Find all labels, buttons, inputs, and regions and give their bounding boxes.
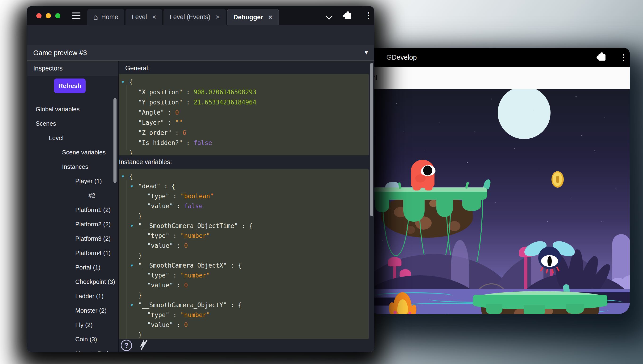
json-value: 908.0706146508293 — [194, 89, 256, 96]
inspectors-sidebar: Inspectors Refresh Global variablesScene… — [27, 61, 118, 352]
tree-item-platform3-2-[interactable]: Platform3 (2) — [27, 232, 118, 246]
preview-selector[interactable]: Game preview #3 ▼ — [27, 45, 374, 60]
tree-item-monsterpath[interactable]: MonsterPath — [27, 346, 118, 352]
tree-item-scene-variables[interactable]: Scene variables — [27, 145, 118, 160]
tree-item--2[interactable]: #2 — [27, 188, 118, 203]
help-icon[interactable]: ? — [121, 340, 132, 351]
tree-item-fly-2-[interactable]: Fly (2) — [27, 318, 118, 332]
json-value: "number" — [181, 312, 210, 318]
refresh-button[interactable]: Refresh — [54, 78, 86, 93]
game-viewport[interactable] — [368, 89, 630, 314]
collapse-caret-icon[interactable]: ▼ — [131, 181, 133, 191]
tree-item-level[interactable]: Level — [27, 131, 118, 145]
tab-debugger[interactable]: Debugger× — [227, 9, 279, 26]
json-colon: : — [172, 129, 183, 136]
star — [403, 132, 404, 132]
grass-drip — [486, 304, 502, 314]
json-key: "value" — [147, 282, 173, 289]
star — [594, 150, 595, 151]
fly-pupil — [547, 256, 552, 266]
tree-item-global-variables[interactable]: Global variables — [27, 102, 118, 116]
tabs-row: ⌂HomeLevel×Level (Events)×Debugger× — [87, 9, 279, 25]
sidebar-scrollbar[interactable] — [114, 98, 117, 183]
tree-item-portal-1-[interactable]: Portal (1) — [27, 260, 118, 275]
tree-item-monster-2-[interactable]: Monster (2) — [27, 304, 118, 318]
tree-item-ladder-1-[interactable]: Ladder (1) — [27, 289, 118, 304]
moon — [498, 89, 550, 139]
json-value: "" — [175, 119, 183, 126]
json-value: "boolean" — [181, 192, 214, 200]
close-tab-icon[interactable]: × — [216, 13, 220, 21]
tree-item-scenes[interactable]: Scenes — [27, 116, 118, 131]
json-open-brace: { — [238, 302, 242, 308]
chevron-down-icon[interactable] — [325, 12, 333, 20]
close-tab-icon[interactable]: × — [268, 13, 273, 21]
tree-item-player-1-[interactable]: Player (1) — [27, 174, 118, 188]
collapse-caret-icon[interactable]: ▼ — [122, 172, 124, 181]
json-row-z-order: "Z order" : 6 — [119, 128, 369, 138]
gdevelop-window-title: GDevelop — [386, 48, 417, 67]
json-open-brace: { — [172, 183, 175, 190]
tab-home[interactable]: ⌂Home — [87, 9, 124, 25]
json-colon: : — [169, 272, 181, 279]
star — [601, 221, 602, 222]
tab-label: Level — [132, 14, 147, 21]
main-scrollbar[interactable] — [370, 63, 373, 216]
star — [495, 202, 496, 203]
json-key: "type" — [147, 312, 169, 318]
tree-item-platform2-2-[interactable]: Platform2 (2) — [27, 217, 118, 232]
grass-drip — [375, 198, 389, 212]
tab-label: Level (Events) — [170, 14, 210, 21]
tab-level-events-[interactable]: Level (Events)× — [164, 9, 226, 25]
inspector-main-panel: General: ▼{"X position" : 908.0706146508… — [119, 61, 374, 352]
json-open-brace: { — [238, 262, 242, 269]
disable-picking-cursor-icon[interactable] — [139, 339, 150, 351]
fire — [389, 292, 417, 314]
json-key: "type" — [147, 272, 169, 279]
star — [604, 118, 604, 118]
coin — [551, 171, 564, 188]
json-value: 21.65334236184964 — [194, 99, 256, 106]
json-key: "Y position" — [138, 99, 183, 106]
collapse-caret-icon[interactable]: ▼ — [131, 300, 133, 310]
json-row-value: "value" : 0 — [119, 241, 369, 250]
tree-item-checkpoint-3-[interactable]: Checkpoint (3) — [27, 275, 118, 289]
minimize-window-button[interactable] — [46, 13, 51, 18]
indent-guide — [126, 180, 127, 339]
player-pupil — [423, 165, 433, 176]
maximize-window-button[interactable] — [55, 13, 60, 18]
indent-guide — [126, 85, 127, 150]
star — [581, 135, 582, 136]
json-row-root: ▼{ — [119, 172, 369, 181]
tree-item-coin-3-[interactable]: Coin (3) — [27, 332, 118, 346]
grass-drip — [403, 198, 425, 222]
json-row-angle: "Angle" : 0 — [119, 108, 369, 118]
json-colon: : — [169, 312, 181, 318]
json-colon: : — [227, 262, 238, 269]
collapse-caret-icon[interactable]: ▼ — [122, 77, 124, 87]
extensions-puzzle-icon[interactable] — [345, 13, 351, 19]
kebab-menu-icon[interactable]: ⋮ — [619, 53, 627, 62]
json-colon: : — [169, 232, 181, 239]
json-row-type: "type" : "number" — [119, 310, 369, 320]
caret-down-icon[interactable]: ▼ — [363, 45, 369, 60]
json-key: "__SmoothCamera_ObjectX" — [138, 262, 227, 269]
kebab-menu-icon[interactable]: ⋮ — [365, 11, 373, 20]
json-colon: : — [160, 183, 172, 190]
tree-item-instances[interactable]: Instances — [27, 160, 118, 174]
json-close-brace: } — [138, 212, 142, 220]
collapse-caret-icon[interactable]: ▼ — [131, 260, 133, 270]
json-value: 0 — [175, 109, 179, 116]
hamburger-menu-icon[interactable] — [72, 12, 81, 19]
collapse-caret-icon[interactable]: ▼ — [131, 221, 133, 231]
extensions-puzzle-icon[interactable] — [598, 54, 605, 60]
json-row-x-position: "X position" : 908.0706146508293 — [119, 87, 369, 97]
tab-level[interactable]: Level× — [126, 9, 162, 25]
tree-item-platform1-2-[interactable]: Platform1 (2) — [27, 203, 118, 217]
json-row-y-position: "Y position" : 21.65334236184964 — [119, 97, 369, 108]
tree-item-platform4-1-[interactable]: Platform4 (1) — [27, 246, 118, 260]
close-window-button[interactable] — [36, 13, 42, 18]
star — [547, 221, 548, 222]
close-tab-icon[interactable]: × — [152, 13, 156, 21]
star — [575, 96, 576, 97]
